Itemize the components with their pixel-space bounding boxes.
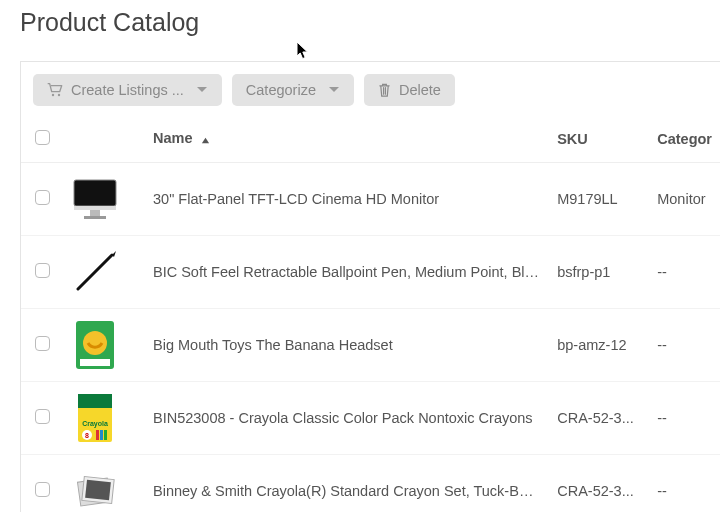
svg-text:Crayola: Crayola bbox=[82, 420, 108, 428]
table-row[interactable]: Big Mouth Toys The Banana Headsetbp-amz-… bbox=[21, 309, 720, 382]
row-checkbox[interactable] bbox=[35, 336, 50, 351]
create-listings-label: Create Listings ... bbox=[71, 82, 184, 98]
page-title: Product Catalog bbox=[20, 8, 720, 37]
table-row[interactable]: Crayola8BIN523008 - Crayola Classic Colo… bbox=[21, 382, 720, 455]
product-table: Name SKU Categor 30" Flat-Panel TFT-LCD … bbox=[21, 118, 720, 512]
column-header-name[interactable]: Name bbox=[145, 118, 549, 163]
select-all-checkbox[interactable] bbox=[35, 130, 50, 145]
cart-icon bbox=[47, 83, 63, 97]
row-checkbox[interactable] bbox=[35, 409, 50, 424]
product-category: -- bbox=[649, 309, 720, 382]
column-header-name-label: Name bbox=[153, 130, 193, 146]
product-sku: CRA-52-3... bbox=[549, 455, 649, 513]
column-header-category[interactable]: Categor bbox=[649, 118, 720, 163]
sort-asc-icon bbox=[201, 132, 210, 148]
delete-button[interactable]: Delete bbox=[364, 74, 455, 106]
catalog-panel: Create Listings ... Categorize Delete bbox=[20, 61, 720, 512]
toolbar: Create Listings ... Categorize Delete bbox=[21, 62, 720, 118]
svg-point-9 bbox=[83, 331, 107, 355]
row-checkbox[interactable] bbox=[35, 482, 50, 497]
trash-icon bbox=[378, 83, 391, 97]
product-name: 30" Flat-Panel TFT-LCD Cinema HD Monitor bbox=[145, 163, 549, 236]
table-row[interactable]: Binney & Smith Crayola(R) Standard Crayo… bbox=[21, 455, 720, 513]
svg-rect-18 bbox=[104, 430, 107, 440]
product-category: Monitor bbox=[649, 163, 720, 236]
svg-rect-10 bbox=[80, 359, 110, 366]
row-checkbox[interactable] bbox=[35, 263, 50, 278]
product-name: BIN523008 - Crayola Classic Color Pack N… bbox=[145, 382, 549, 455]
product-thumbnail bbox=[69, 173, 121, 225]
product-sku: bp-amz-12 bbox=[549, 309, 649, 382]
svg-rect-3 bbox=[74, 206, 116, 210]
product-thumbnail bbox=[69, 246, 121, 298]
create-listings-button[interactable]: Create Listings ... bbox=[33, 74, 222, 106]
table-row[interactable]: BIC Soft Feel Retractable Ballpoint Pen,… bbox=[21, 236, 720, 309]
svg-rect-5 bbox=[84, 216, 106, 219]
product-sku: M9179LL bbox=[549, 163, 649, 236]
svg-rect-12 bbox=[78, 394, 112, 408]
svg-rect-21 bbox=[85, 480, 111, 500]
svg-rect-2 bbox=[74, 180, 116, 206]
delete-label: Delete bbox=[399, 82, 441, 98]
product-thumbnail bbox=[69, 465, 121, 512]
product-category: -- bbox=[649, 382, 720, 455]
product-thumbnail bbox=[69, 319, 121, 371]
product-name: BIC Soft Feel Retractable Ballpoint Pen,… bbox=[145, 236, 549, 309]
categorize-label: Categorize bbox=[246, 82, 316, 98]
svg-rect-16 bbox=[96, 430, 99, 440]
svg-rect-17 bbox=[100, 430, 103, 440]
product-name: Binney & Smith Crayola(R) Standard Crayo… bbox=[145, 455, 549, 513]
svg-rect-4 bbox=[90, 210, 100, 216]
product-category: -- bbox=[649, 236, 720, 309]
product-sku: CRA-52-3... bbox=[549, 382, 649, 455]
chevron-down-icon bbox=[196, 86, 208, 94]
product-sku: bsfrp-p1 bbox=[549, 236, 649, 309]
row-checkbox[interactable] bbox=[35, 190, 50, 205]
svg-line-6 bbox=[78, 255, 112, 289]
table-row[interactable]: 30" Flat-Panel TFT-LCD Cinema HD Monitor… bbox=[21, 163, 720, 236]
categorize-button[interactable]: Categorize bbox=[232, 74, 354, 106]
chevron-down-icon bbox=[328, 86, 340, 94]
column-header-sku[interactable]: SKU bbox=[549, 118, 649, 163]
product-category: -- bbox=[649, 455, 720, 513]
product-thumbnail: Crayola8 bbox=[69, 392, 121, 444]
svg-point-1 bbox=[58, 94, 60, 96]
product-name: Big Mouth Toys The Banana Headset bbox=[145, 309, 549, 382]
svg-text:8: 8 bbox=[85, 432, 89, 439]
svg-point-0 bbox=[52, 94, 54, 96]
